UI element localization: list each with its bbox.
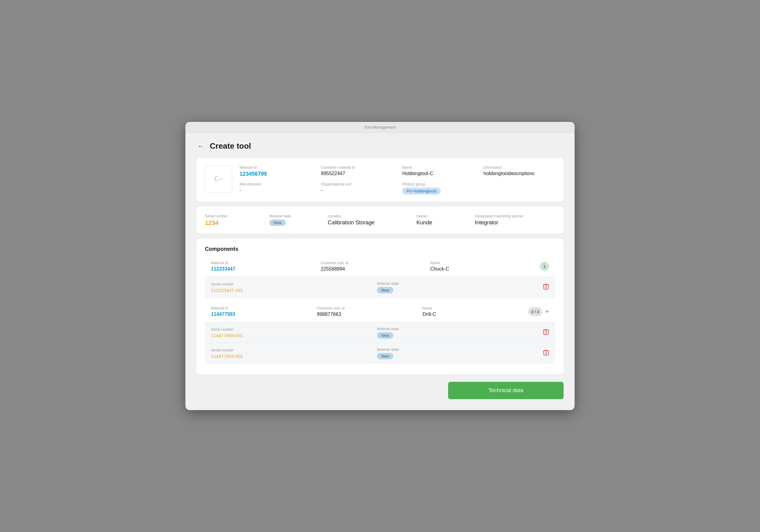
- comp1-row0-state-field: Material state New: [377, 327, 533, 339]
- location-label: Location: [328, 214, 407, 218]
- field-name: Name Hobbingtool-C: [402, 166, 474, 177]
- owner-value: Kunde: [416, 219, 465, 226]
- tool-state-fields: Serial number 1234 Material state New Lo…: [205, 214, 555, 226]
- comp0-name-field: Name Chuck-C: [430, 261, 530, 272]
- comp0-row0-state-label: Material state: [377, 281, 533, 286]
- technical-data-button[interactable]: Technical data: [448, 382, 564, 399]
- comp0-name-label: Name: [430, 261, 530, 265]
- comp0-row0-serial-field: Serial number 112233447-001: [211, 282, 367, 293]
- components-label: Components: [205, 246, 555, 252]
- product-group-value: PG-Hobbingtools: [402, 188, 474, 195]
- product-group-label: Product group: [402, 182, 474, 186]
- comp1-material-id-field: Material Id 114477993: [211, 306, 307, 317]
- bottom-area: Technical data: [196, 382, 564, 399]
- manufacturer-value: -: [240, 188, 311, 193]
- comp0-badge-area: 1: [540, 262, 549, 271]
- comp1-row0-badge: New: [377, 332, 393, 339]
- comp0-count-badge: 1: [540, 262, 549, 271]
- field-owner: Owner Kunde: [416, 214, 465, 226]
- field-designated-machining-partner: Designated machining partner Integrator: [475, 214, 555, 226]
- field-empty: [484, 182, 555, 195]
- tool-state-card: Serial number 1234 Material state New Lo…: [196, 207, 564, 234]
- comp1-name-value: Drill-C: [423, 312, 519, 317]
- field-material-id: Material Id 123456799: [240, 166, 311, 177]
- field-serial-number: Serial number 1234: [205, 214, 260, 226]
- organizational-unit-value: -: [321, 188, 393, 193]
- comp1-name-field: Name Drill-C: [423, 306, 519, 317]
- comp1-row1-serial-value: 114477993-002: [211, 354, 367, 359]
- organizational-unit-label: Organizational unit: [321, 182, 393, 186]
- material-state-value: New: [269, 219, 318, 226]
- owner-label: Owner: [416, 214, 465, 218]
- name-value: Hobbingtool-C: [402, 171, 474, 176]
- comp1-material-id-value: 114477993: [211, 312, 307, 317]
- comp1-name-label: Name: [423, 306, 519, 311]
- comp0-customer-mat-id-field: Customer mat. id 225588994: [321, 261, 421, 272]
- customer-material-id-label: Customer material id: [321, 166, 393, 169]
- comp0-row0-state-field: Material state New: [377, 281, 533, 293]
- comp0-customer-mat-id-value: 225588994: [321, 266, 421, 272]
- comp1-row1-serial-label: Serial number: [211, 348, 367, 352]
- comp1-badge-area: 2 / 3 +: [528, 307, 549, 316]
- comp1-row0-state-label: Material state: [377, 327, 533, 331]
- trash-icon: [543, 349, 549, 356]
- designated-machining-partner-label: Designated machining partner: [475, 214, 555, 218]
- field-material-state: Material state New: [269, 214, 318, 226]
- svg-text:c·Com: c·Com: [217, 177, 223, 180]
- product-group-badge: PG-Hobbingtools: [402, 188, 441, 195]
- description-value: hobbingtooldescriptionc: [484, 171, 555, 176]
- designated-machining-partner-value: Integrator: [475, 219, 555, 226]
- comp0-row0-delete-button[interactable]: [543, 283, 549, 292]
- comp0-row0-serial-value: 112233447-001: [211, 288, 367, 293]
- tool-info-card: c·Com Material Id 123456799 Customer mat…: [196, 158, 564, 202]
- comp0-material-id-field: Material Id 112233447: [211, 261, 311, 272]
- manufacturer-label: Manufacturer: [240, 182, 311, 186]
- comp1-row0-delete-button[interactable]: [543, 329, 549, 337]
- components-section: Components Material Id 112233447 Custome…: [196, 239, 564, 374]
- comp0-material-id-label: Material Id: [211, 261, 311, 265]
- material-id-value: 123456799: [240, 171, 311, 177]
- name-label: Name: [402, 166, 474, 169]
- comp1-row1-delete-button[interactable]: [543, 349, 549, 358]
- material-state-label: Material state: [269, 214, 318, 218]
- top-bar: Tool Management: [185, 122, 575, 133]
- comp1-customer-mat-id-value: 998877663: [317, 312, 413, 317]
- location-value: Calibration Storage: [328, 219, 407, 226]
- comp0-name-value: Chuck-C: [430, 266, 530, 272]
- comp1-customer-mat-id-field: Customer mat. id 998877663: [317, 306, 413, 317]
- comp1-row0-serial-value: 114477993-001: [211, 333, 367, 338]
- field-description: Description hobbingtooldescriptionc: [484, 166, 555, 177]
- component-item-0: Material Id 112233447 Customer mat. id 2…: [205, 256, 555, 298]
- comp0-row0-state-badge: New: [377, 287, 533, 293]
- comp1-row0-serial-field: Serial number 114477993-001: [211, 327, 367, 338]
- page-title: Create tool: [210, 141, 251, 151]
- serial-number-label: Serial number: [205, 214, 260, 218]
- comp0-material-id-value: 112233447: [211, 266, 311, 272]
- comp0-customer-mat-id-label: Customer mat. id: [321, 261, 421, 265]
- comp1-add-button[interactable]: +: [545, 308, 549, 315]
- comp0-row0-serial-label: Serial number: [211, 282, 367, 286]
- app-window: Tool Management ← Create tool c·Com: [185, 122, 575, 410]
- comp1-row1-state-badge: New: [377, 353, 533, 359]
- comp1-row0-serial-label: Serial number: [211, 327, 367, 332]
- comp1-row-0: Serial number 114477993-001 Material sta…: [205, 322, 555, 343]
- trash-icon: [543, 283, 549, 290]
- comp0-row-0: Serial number 112233447-001 Material sta…: [205, 277, 555, 298]
- comp1-row0-state-badge: New: [377, 332, 533, 339]
- back-button[interactable]: ←: [196, 141, 205, 151]
- comp1-row1-badge: New: [377, 353, 393, 359]
- comp1-material-id-label: Material Id: [211, 306, 307, 311]
- top-bar-title: Tool Management: [364, 125, 396, 129]
- field-manufacturer: Manufacturer -: [240, 182, 311, 195]
- comp1-row-1: Serial number 114477993-002 Material sta…: [205, 343, 555, 363]
- material-id-label: Material Id: [240, 166, 311, 169]
- customer-material-id-value: 995522447: [321, 171, 393, 176]
- svg-rect-2: [544, 330, 548, 334]
- description-label: Description: [484, 166, 555, 169]
- component-item-1: Material Id 114477993 Customer mat. id 9…: [205, 301, 555, 363]
- field-location: Location Calibration Storage: [328, 214, 407, 226]
- field-product-group: Product group PG-Hobbingtools: [402, 182, 474, 195]
- ccom-logo-icon: c·Com: [214, 176, 223, 181]
- tool-fields: Material Id 123456799 Customer material …: [240, 166, 555, 195]
- comp1-customer-mat-id-label: Customer mat. id: [317, 306, 413, 311]
